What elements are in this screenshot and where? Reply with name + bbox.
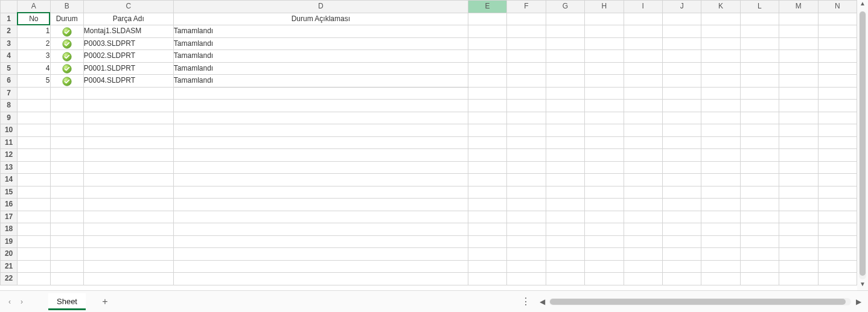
cell-E9[interactable] [468, 112, 506, 124]
cell-F20[interactable] [507, 248, 546, 261]
cell-B17[interactable] [50, 211, 83, 223]
row-header-17[interactable]: 17 [1, 211, 18, 223]
cell-F19[interactable] [507, 235, 546, 248]
cell-D13[interactable] [173, 161, 468, 174]
cell-E3[interactable] [468, 37, 506, 50]
cell-K7[interactable] [701, 87, 740, 100]
cell-J3[interactable] [662, 37, 701, 50]
cell-D17[interactable] [173, 211, 468, 223]
cell-B1[interactable]: Durum [50, 13, 83, 25]
cell-M15[interactable] [779, 186, 818, 199]
cell-H16[interactable] [585, 199, 624, 211]
cell-G11[interactable] [546, 136, 584, 149]
cell-N19[interactable] [818, 235, 857, 248]
col-header-E[interactable]: E [468, 1, 506, 13]
cell-A20[interactable] [18, 248, 50, 261]
cell-N15[interactable] [818, 186, 857, 199]
cell-A4[interactable]: 3 [18, 50, 50, 63]
cell-M9[interactable] [779, 112, 818, 124]
cell-D10[interactable] [173, 124, 468, 137]
cell-H9[interactable] [585, 112, 624, 124]
cell-J19[interactable] [662, 235, 701, 248]
tab-nav-next-icon[interactable]: › [21, 298, 23, 306]
cell-J4[interactable] [662, 50, 701, 63]
cell-L9[interactable] [740, 112, 779, 124]
cell-F14[interactable] [507, 174, 546, 186]
cell-D19[interactable] [173, 235, 468, 248]
cell-F8[interactable] [507, 100, 546, 112]
cell-C16[interactable] [83, 199, 173, 211]
cell-L13[interactable] [740, 161, 779, 174]
cell-G8[interactable] [546, 100, 584, 112]
cell-K14[interactable] [701, 174, 740, 186]
cell-I10[interactable] [624, 124, 662, 137]
col-header-M[interactable]: M [779, 1, 818, 13]
row-header-18[interactable]: 18 [1, 223, 18, 236]
cell-I7[interactable] [624, 87, 662, 100]
cell-N7[interactable] [818, 87, 857, 100]
cell-B12[interactable] [50, 149, 83, 162]
cell-F12[interactable] [507, 149, 546, 162]
cell-I9[interactable] [624, 112, 662, 124]
cell-J16[interactable] [662, 199, 701, 211]
cell-I8[interactable] [624, 100, 662, 112]
sheet-tab-active[interactable]: Sheet [48, 293, 86, 310]
cell-C8[interactable] [83, 100, 173, 112]
row-header-9[interactable]: 9 [1, 112, 18, 124]
cell-G17[interactable] [546, 211, 584, 223]
cell-K11[interactable] [701, 136, 740, 149]
cell-H21[interactable] [585, 260, 624, 273]
col-header-I[interactable]: I [624, 1, 662, 13]
cell-H22[interactable] [585, 273, 624, 285]
col-header-A[interactable]: A [18, 1, 50, 13]
cell-M16[interactable] [779, 199, 818, 211]
row-header-20[interactable]: 20 [1, 248, 18, 261]
cell-D14[interactable] [173, 174, 468, 186]
cell-B18[interactable] [50, 223, 83, 236]
cell-I19[interactable] [624, 235, 662, 248]
row-header-11[interactable]: 11 [1, 136, 18, 149]
cell-B19[interactable] [50, 235, 83, 248]
cell-J9[interactable] [662, 112, 701, 124]
cell-B20[interactable] [50, 248, 83, 261]
cell-J14[interactable] [662, 174, 701, 186]
cell-L7[interactable] [740, 87, 779, 100]
cell-N11[interactable] [818, 136, 857, 149]
row-header-3[interactable]: 3 [1, 37, 18, 50]
scroll-left-arrow-icon[interactable]: ◀ [537, 297, 547, 307]
cell-L11[interactable] [740, 136, 779, 149]
cell-A21[interactable] [18, 260, 50, 273]
row-header-2[interactable]: 2 [1, 25, 18, 38]
row-header-4[interactable]: 4 [1, 50, 18, 63]
row-header-6[interactable]: 6 [1, 75, 18, 88]
row-header-5[interactable]: 5 [1, 62, 18, 75]
cell-A3[interactable]: 2 [18, 37, 50, 50]
col-header-F[interactable]: F [507, 1, 546, 13]
cell-I22[interactable] [624, 273, 662, 285]
cell-E18[interactable] [468, 223, 506, 236]
row-header-1[interactable]: 1 [1, 13, 18, 25]
cell-F9[interactable] [507, 112, 546, 124]
cell-N5[interactable] [818, 62, 857, 75]
cell-B11[interactable] [50, 136, 83, 149]
col-header-N[interactable]: N [818, 1, 857, 13]
cell-F11[interactable] [507, 136, 546, 149]
cell-L1[interactable] [740, 13, 779, 25]
cell-L10[interactable] [740, 124, 779, 137]
cell-I4[interactable] [624, 50, 662, 63]
cell-E7[interactable] [468, 87, 506, 100]
cell-M3[interactable] [779, 37, 818, 50]
cell-M4[interactable] [779, 50, 818, 63]
cell-N14[interactable] [818, 174, 857, 186]
col-header-J[interactable]: J [662, 1, 701, 13]
cell-I3[interactable] [624, 37, 662, 50]
cell-H17[interactable] [585, 211, 624, 223]
cell-K16[interactable] [701, 199, 740, 211]
cell-C11[interactable] [83, 136, 173, 149]
cell-C7[interactable] [83, 87, 173, 100]
cell-K10[interactable] [701, 124, 740, 137]
cell-D12[interactable] [173, 149, 468, 162]
col-header-C[interactable]: C [83, 1, 173, 13]
cell-J11[interactable] [662, 136, 701, 149]
cell-F5[interactable] [507, 62, 546, 75]
